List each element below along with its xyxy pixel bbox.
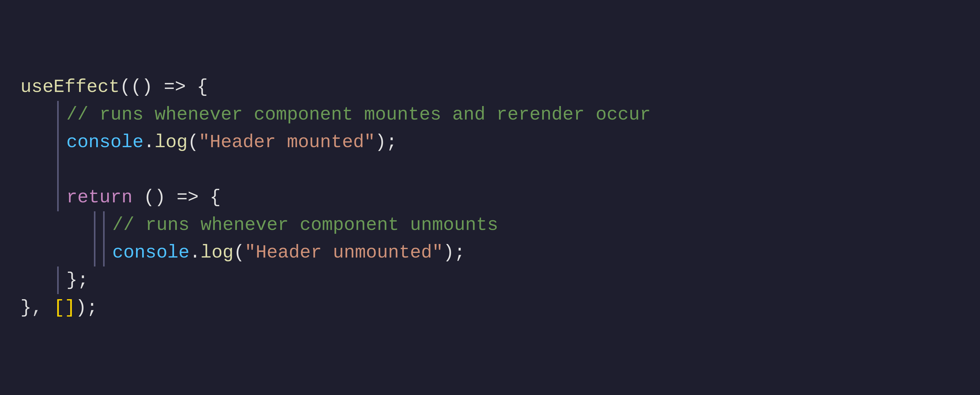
token-arrow-2: => (165, 184, 210, 211)
token-log: log (155, 128, 188, 156)
token-return: return (66, 184, 132, 211)
indent-bar-inner-1 (103, 211, 105, 239)
indent-bar-4 (94, 211, 95, 239)
code-line-9: }, []); (21, 294, 959, 321)
token-paren-6: ) (443, 239, 454, 267)
token-space (132, 184, 143, 211)
indent-bar-5 (94, 239, 95, 267)
indent-bar-spacer (57, 156, 59, 184)
indent-bar-inner-2 (103, 239, 105, 267)
token-arrow: => (153, 74, 197, 101)
token-paren-open: (() (120, 74, 153, 101)
token-string-unmounted: "Header unmounted" (245, 239, 443, 267)
token-string-mounted: "Header mounted" (199, 128, 375, 156)
code-line-2: // runs whenever component mountes and r… (21, 101, 959, 128)
indent-bar-2 (57, 128, 59, 156)
token-paren-2: ( (188, 128, 199, 156)
token-useeffect: useEffect (21, 74, 120, 101)
code-block: useEffect(() => { // runs whenever compo… (0, 58, 980, 337)
token-paren-4: () (143, 184, 165, 211)
code-line-5: return () => { (21, 184, 959, 211)
code-line-1: useEffect(() => { (21, 74, 959, 101)
token-paren-3: ) (375, 128, 386, 156)
token-brace-2: { (210, 184, 221, 211)
indent-bar (57, 101, 59, 128)
code-line-3: console.log("Header mounted"); (21, 128, 959, 156)
token-bracket-close: ] (65, 294, 76, 321)
token-console-2: console (112, 239, 189, 267)
code-line-8: }; (21, 267, 959, 294)
code-line-spacer (21, 156, 959, 184)
indent-bar-3 (57, 184, 59, 211)
token-semi-1: ; (386, 128, 397, 156)
code-line-7: console.log("Header unmounted"); (21, 239, 959, 267)
token-dot: . (143, 128, 154, 156)
indent-bar-6 (57, 267, 59, 294)
token-comma: , (32, 294, 53, 321)
token-log-2: log (200, 239, 234, 267)
token-semi-3: ; (77, 267, 88, 294)
token-semi-2: ; (454, 239, 465, 267)
token-comment-1: // runs whenever component mountes and r… (66, 101, 651, 128)
code-line-6: // runs whenever component unmounts (21, 211, 959, 239)
token-console: console (66, 128, 143, 156)
token-paren-5: ( (234, 239, 245, 267)
token-dot-2: . (189, 239, 200, 267)
token-semi-final: ; (86, 294, 97, 321)
token-brace-close-inner: } (66, 267, 77, 294)
token-paren-close-final: ) (76, 294, 86, 321)
token-brace-open: { (197, 74, 208, 101)
token-brace-close-outer: } (21, 294, 32, 321)
token-comment-2: // runs whenever component unmounts (112, 211, 498, 239)
token-bracket-open: [ (54, 294, 65, 321)
